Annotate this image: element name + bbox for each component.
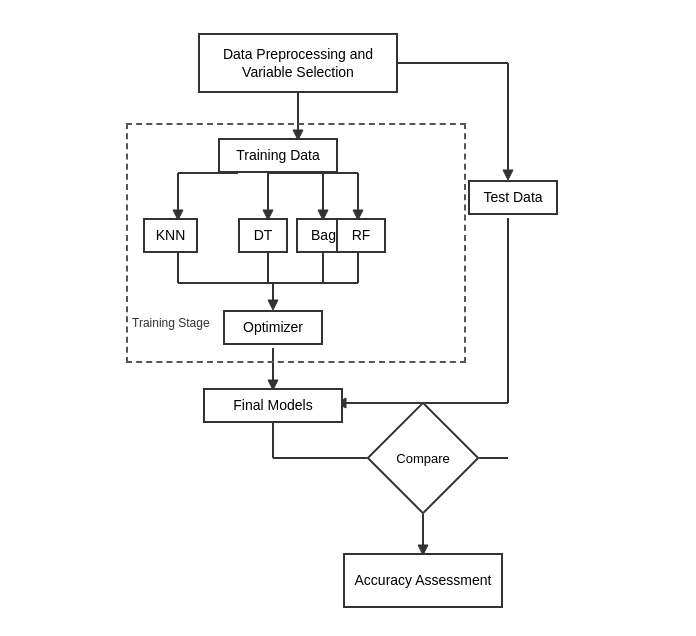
preprocessing-box: Data Preprocessing and Variable Selectio…: [198, 33, 398, 93]
test-data-box: Test Data: [468, 180, 558, 215]
test-data-label: Test Data: [483, 188, 542, 206]
compare-diamond: [366, 401, 479, 514]
training-stage-label: Training Stage: [132, 316, 210, 330]
compare-diamond-wrapper: Compare: [383, 418, 463, 498]
svg-marker-4: [503, 170, 513, 180]
final-models-label: Final Models: [233, 396, 312, 414]
preprocessing-label: Data Preprocessing and Variable Selectio…: [200, 45, 396, 81]
accuracy-box: Accuracy Assessment: [343, 553, 503, 608]
accuracy-label: Accuracy Assessment: [355, 571, 492, 589]
final-models-box: Final Models: [203, 388, 343, 423]
flowchart-diagram: Data Preprocessing and Variable Selectio…: [88, 18, 608, 618]
